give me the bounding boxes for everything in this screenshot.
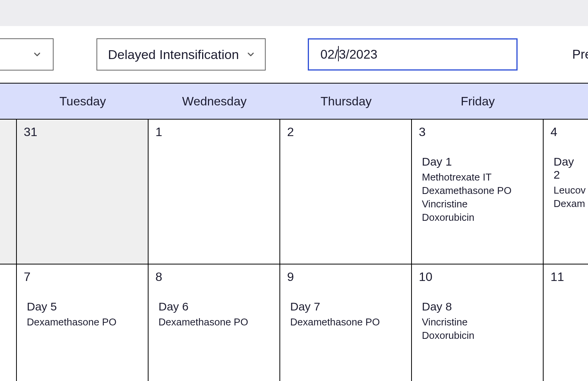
day-number: 9	[287, 270, 404, 284]
med-line: Dexamethasone PO	[290, 315, 404, 329]
calendar-body: 31123Day 1Methotrexate ITDexamethasone P…	[0, 119, 588, 381]
med-line: Vincristine	[422, 197, 536, 211]
day-number: 31	[24, 125, 141, 139]
weekday-header: Tuesday	[17, 94, 149, 108]
day-number: 11	[550, 270, 583, 284]
med-line: Doxorubicin	[422, 329, 536, 342]
day-label: Day 2	[554, 155, 583, 181]
day-cell[interactable]: 11	[544, 264, 588, 381]
day-number: 7	[24, 270, 141, 284]
phase-dropdown[interactable]: Delayed Intensification	[96, 38, 266, 71]
phase-dropdown-label: Delayed Intensification	[108, 47, 239, 62]
day-label: Day 6	[158, 300, 273, 313]
day-label: Day 5	[27, 300, 141, 313]
med-line: Dexamethasone PO	[158, 315, 273, 329]
med-line: Doxorubicin	[422, 211, 536, 224]
day-content: Day 5Dexamethasone PO	[24, 300, 141, 329]
day-content: Day 2LeucovDexam	[550, 155, 583, 210]
date-value-after: 3/2023	[339, 47, 377, 62]
day-content: Day 8VincristineDoxorubicin	[419, 300, 536, 342]
top-band	[0, 0, 588, 26]
calendar-row: 7Day 5Dexamethasone PO8Day 6Dexamethason…	[0, 264, 588, 381]
med-line: Dexamethasone PO	[27, 315, 141, 329]
day-cell[interactable]: 8Day 6Dexamethasone PO	[149, 264, 280, 381]
date-value-before: 02/	[320, 47, 338, 62]
day-label: Day 7	[290, 300, 404, 313]
day-cell[interactable]: 4Day 2LeucovDexam	[544, 120, 588, 264]
day-number: 10	[419, 270, 536, 284]
day-content: Day 1Methotrexate ITDexamethasone POVinc…	[419, 155, 536, 224]
day-content: Day 7Dexamethasone PO	[287, 300, 404, 329]
day-cell[interactable]: 31	[17, 120, 149, 264]
chevron-down-icon	[246, 49, 256, 59]
date-input[interactable]: 02/3/2023	[308, 38, 518, 71]
weekday-header: Wednesday	[149, 94, 280, 108]
day-number: 8	[155, 270, 273, 284]
day-cell[interactable]: 9Day 7Dexamethasone PO	[280, 264, 412, 381]
right-action-label: Pre	[572, 47, 588, 61]
day-cell[interactable]: 3Day 1Methotrexate ITDexamethasone POVin…	[412, 120, 544, 264]
day-cell[interactable]: 10Day 8VincristineDoxorubicin	[412, 264, 544, 381]
day-cell[interactable]: 7Day 5Dexamethasone PO	[17, 264, 149, 381]
toolbar: Delayed Intensification 02/3/2023 Pre	[0, 26, 588, 83]
day-number: 1	[155, 125, 273, 139]
dropdown-partial-left[interactable]	[0, 38, 54, 71]
right-action-partial[interactable]: Pre	[572, 47, 588, 62]
day-cell[interactable]: 2	[280, 120, 412, 264]
day-label: Day 8	[422, 300, 536, 313]
med-line: Dexam	[554, 197, 583, 210]
text-cursor	[338, 46, 339, 61]
day-number: 4	[550, 125, 583, 139]
chevron-down-icon	[32, 49, 42, 59]
weekday-header: Friday	[412, 94, 544, 108]
calendar-row: 31123Day 1Methotrexate ITDexamethasone P…	[0, 119, 588, 264]
med-line: Vincristine	[422, 315, 536, 329]
med-line: Methotrexate IT	[422, 171, 536, 184]
calendar: Tuesday Wednesday Thursday Friday 31123D…	[0, 83, 588, 381]
day-cell[interactable]: 1	[149, 120, 280, 264]
day-number: 2	[287, 125, 404, 139]
weekday-row: Tuesday Wednesday Thursday Friday	[0, 84, 588, 119]
weekday-header: Thursday	[280, 94, 412, 108]
day-content: Day 6Dexamethasone PO	[155, 300, 273, 329]
med-line: Leucov	[554, 184, 583, 197]
day-number: 3	[419, 125, 536, 139]
row-spacer	[0, 264, 17, 381]
row-spacer	[0, 120, 17, 264]
med-line: Dexamethasone PO	[422, 184, 536, 197]
day-label: Day 1	[422, 155, 536, 168]
